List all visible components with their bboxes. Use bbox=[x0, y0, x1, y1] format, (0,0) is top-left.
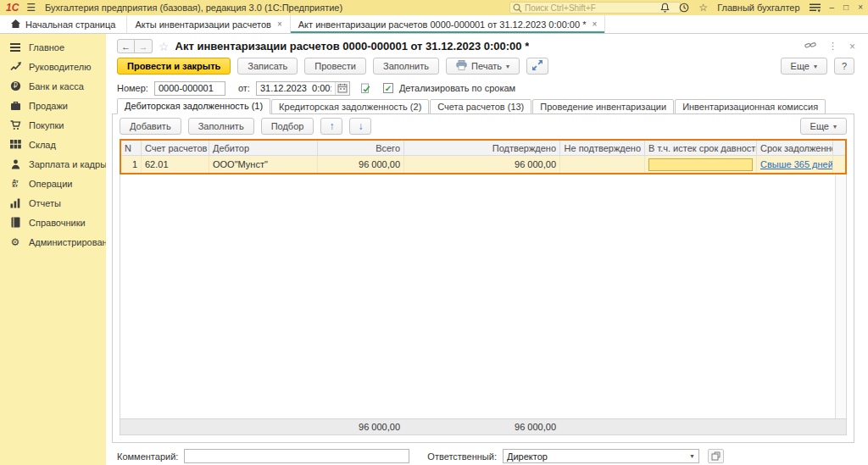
document-form: ← → ☆ Акт инвентаризации расчетов 0000-0… bbox=[106, 34, 868, 465]
open-responsible-button[interactable] bbox=[708, 449, 724, 463]
briefcase-icon bbox=[9, 101, 21, 111]
sidebar-item-directories[interactable]: Справочники bbox=[0, 213, 106, 232]
sidebar-item-warehouse[interactable]: Склад bbox=[0, 135, 106, 154]
more-actions-kebab-icon[interactable]: ⋮ bbox=[828, 41, 837, 52]
service-menu-icon[interactable] bbox=[810, 3, 821, 13]
sidebar-item-operations[interactable]: ДтКт Операции bbox=[0, 174, 106, 193]
sidebar-item-main[interactable]: Главное bbox=[0, 37, 106, 57]
tab-label: Акт инвентаризации расчетов 0000-000001 … bbox=[298, 19, 587, 30]
sidebar-item-reports[interactable]: Отчеты bbox=[0, 193, 106, 213]
close-form-icon[interactable]: × bbox=[849, 41, 855, 53]
related-documents-button[interactable] bbox=[526, 58, 548, 75]
favorite-star-icon[interactable]: ☆ bbox=[159, 41, 170, 53]
table-empty-area[interactable] bbox=[120, 174, 847, 418]
detail-by-terms-checkbox[interactable] bbox=[383, 83, 393, 93]
back-button[interactable]: ← bbox=[117, 39, 135, 53]
tab-inventory-commission[interactable]: Инвентаризационная комиссия bbox=[675, 99, 826, 114]
dropdown-chevron-icon[interactable]: ▼ bbox=[686, 450, 698, 462]
expired-amount-input[interactable] bbox=[648, 158, 753, 171]
cell-account[interactable]: 62.01 bbox=[142, 156, 209, 173]
home-tab-label: Начальная страница bbox=[25, 19, 115, 30]
pick-button[interactable]: Подбор bbox=[261, 118, 314, 135]
table-more-button[interactable]: Еще ▾ bbox=[800, 118, 847, 135]
table-totals-row: 96 000,00 96 000,00 bbox=[120, 418, 847, 435]
cell-term[interactable]: Свыше 365 дней bbox=[757, 156, 833, 173]
cell-debtor[interactable]: ООО"Мунст" bbox=[209, 156, 318, 173]
sidebar-item-administration[interactable]: ⚙ Администрирование bbox=[0, 232, 106, 252]
cell-confirmed[interactable]: 96 000,00 bbox=[404, 156, 560, 173]
get-link-icon[interactable] bbox=[804, 41, 816, 52]
tab-inventory-execution[interactable]: Проведение инвентаризации bbox=[532, 99, 674, 114]
posted-status-icon bbox=[360, 83, 370, 94]
global-search[interactable] bbox=[509, 2, 681, 14]
col-header-total[interactable]: Всего bbox=[318, 141, 404, 156]
tab-accounts[interactable]: Счета расчетов (13) bbox=[430, 99, 531, 114]
history-icon[interactable] bbox=[679, 3, 689, 13]
cell-row-number[interactable]: 1 bbox=[121, 156, 142, 173]
help-button[interactable]: ? bbox=[834, 58, 854, 75]
move-row-up-button[interactable]: ↑ bbox=[320, 118, 342, 135]
col-header-confirmed[interactable]: Подтверждено bbox=[404, 141, 560, 156]
notifications-bell-icon[interactable] bbox=[660, 3, 670, 13]
move-row-down-button[interactable]: ↓ bbox=[349, 118, 371, 135]
favorites-star-icon[interactable]: ☆ bbox=[698, 3, 708, 13]
col-header-unconfirmed[interactable]: Не подтверждено bbox=[560, 141, 645, 156]
save-button[interactable]: Записать bbox=[237, 58, 298, 75]
close-window-button[interactable]: × bbox=[858, 3, 863, 12]
post-and-close-button[interactable]: Провести и закрыть bbox=[117, 58, 231, 75]
open-windows-tabbar: Начальная страница Акты инвентаризации р… bbox=[0, 15, 868, 34]
person-icon bbox=[9, 159, 21, 169]
responsible-input[interactable] bbox=[504, 451, 686, 462]
vertical-scrollbar[interactable] bbox=[835, 174, 846, 418]
cell-expired[interactable] bbox=[645, 156, 757, 173]
tab-act-document[interactable]: Акт инвентаризации расчетов 0000-000001 … bbox=[291, 15, 606, 33]
sidebar-item-purchases[interactable]: Покупки bbox=[0, 115, 106, 135]
cell-total[interactable]: 96 000,00 bbox=[318, 156, 404, 173]
calendar-icon[interactable] bbox=[335, 82, 349, 95]
more-button[interactable]: Еще ▾ bbox=[781, 58, 827, 75]
number-input[interactable] bbox=[154, 81, 225, 96]
comment-input[interactable] bbox=[184, 449, 409, 463]
fill-button[interactable]: Заполнить bbox=[373, 58, 439, 75]
forward-button[interactable]: → bbox=[135, 39, 153, 53]
col-header-term[interactable]: Срок задолженности bbox=[757, 141, 833, 156]
cell-filler bbox=[833, 156, 845, 173]
tab-payables[interactable]: Кредиторская задолженность (2) bbox=[271, 99, 429, 114]
number-label: Номер: bbox=[117, 83, 148, 93]
close-tab-icon[interactable]: × bbox=[277, 20, 282, 29]
bank-icon: ₽ bbox=[9, 80, 21, 91]
current-user-role[interactable]: Главный бухгалтер bbox=[717, 3, 799, 13]
cell-unconfirmed[interactable] bbox=[560, 156, 645, 173]
date-input[interactable] bbox=[257, 83, 335, 93]
search-input[interactable] bbox=[525, 3, 677, 13]
sidebar-label: Справочники bbox=[29, 218, 86, 228]
responsible-field[interactable]: ▼ bbox=[503, 449, 699, 463]
chevron-down-icon: ▾ bbox=[833, 123, 837, 130]
col-header-expired[interactable]: В т.ч. истек срок давности bbox=[645, 141, 757, 156]
minimize-button[interactable]: – bbox=[830, 3, 835, 12]
app-title: Бухгалтерия предприятия (базовая), редак… bbox=[45, 3, 342, 13]
sidebar-item-manager[interactable]: Руководителю bbox=[0, 57, 106, 76]
printer-icon bbox=[456, 60, 467, 72]
sidebar-item-bank-cash[interactable]: ₽ Банк и касса bbox=[0, 76, 106, 96]
col-header-debtor[interactable]: Дебитор bbox=[209, 141, 318, 156]
tab-receivables[interactable]: Дебиторская задолженность (1) bbox=[117, 98, 270, 114]
col-header-account[interactable]: Счет расчетов bbox=[142, 141, 209, 156]
post-button[interactable]: Провести bbox=[304, 58, 366, 75]
tab-acts-list[interactable]: Акты инвентаризации расчетов × bbox=[127, 15, 290, 33]
fill-table-button[interactable]: Заполнить bbox=[188, 118, 254, 135]
debt-term-link[interactable]: Свыше 365 дней bbox=[760, 159, 833, 169]
tab-home[interactable]: Начальная страница bbox=[0, 15, 127, 33]
maximize-button[interactable]: □ bbox=[843, 3, 849, 12]
print-button[interactable]: Печать ▾ bbox=[446, 58, 520, 75]
col-header-n[interactable]: N bbox=[121, 141, 142, 156]
table-row[interactable]: 1 62.01 ООО"Мунст" 96 000,00 96 000,00 С… bbox=[121, 156, 845, 173]
close-tab-icon[interactable]: × bbox=[592, 20, 597, 29]
main-menu-icon[interactable]: ☰ bbox=[26, 2, 36, 14]
sidebar-label: Зарплата и кадры bbox=[29, 159, 107, 169]
sidebar-item-salary-hr[interactable]: Зарплата и кадры bbox=[0, 154, 106, 174]
add-row-button[interactable]: Добавить bbox=[120, 118, 181, 135]
date-field[interactable] bbox=[256, 81, 350, 96]
sidebar-item-sales[interactable]: Продажи bbox=[0, 96, 106, 115]
col-header-filler bbox=[833, 141, 845, 156]
